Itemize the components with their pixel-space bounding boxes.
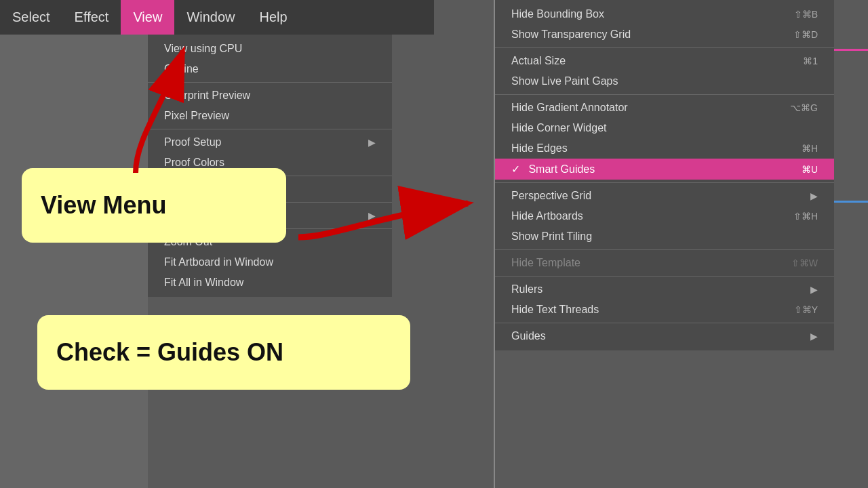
menu-item-rulers[interactable]: Rulers ▶: [495, 279, 834, 300]
menu-item-hide-template[interactable]: Hide Template ⇧⌘W: [495, 253, 834, 273]
menu-item-hide-bounding[interactable]: Hide Bounding Box ⇧⌘B: [495, 4, 834, 24]
menu-item-live-paint[interactable]: Show Live Paint Gaps: [495, 71, 834, 92]
r-separator-1: [495, 47, 834, 48]
menu-item-hide-gradient[interactable]: Hide Gradient Annotator ⌥⌘G: [495, 98, 834, 118]
menu-item-fit-all[interactable]: Fit All in Window: [148, 272, 392, 293]
menubar-help[interactable]: Help: [248, 0, 300, 35]
menu-item-show-transparency[interactable]: Show Transparency Grid ⇧⌘D: [495, 24, 834, 45]
view-dropdown-right: Hide Bounding Box ⇧⌘B Show Transparency …: [495, 0, 834, 350]
menubar-effect[interactable]: Effect: [62, 0, 121, 35]
r-separator-2: [495, 94, 834, 95]
menu-item-smart-guides[interactable]: ✓ Smart Guides ⌘U: [495, 159, 834, 180]
menu-item-hide-corner[interactable]: Hide Corner Widget: [495, 118, 834, 138]
r-separator-5: [495, 276, 834, 277]
annotation-check-guides: Check = Guides ON: [37, 315, 410, 390]
menubar: Select Effect View Window Help: [0, 0, 434, 35]
menu-item-show-print[interactable]: Show Print Tiling: [495, 226, 834, 247]
arrow-to-view-menu: [81, 37, 203, 186]
r-separator-4: [495, 249, 834, 250]
r-separator-3: [495, 182, 834, 183]
menu-item-perspective-grid[interactable]: Perspective Grid ▶: [495, 186, 834, 206]
menubar-select[interactable]: Select: [0, 0, 62, 35]
menu-item-hide-artboards[interactable]: Hide Artboards ⇧⌘H: [495, 206, 834, 226]
menubar-view[interactable]: View: [121, 0, 174, 35]
menu-item-guides[interactable]: Guides ▶: [495, 326, 834, 346]
menu-item-hide-text-threads[interactable]: Hide Text Threads ⇧⌘Y: [495, 300, 834, 320]
r-separator-6: [495, 323, 834, 323]
menubar-window[interactable]: Window: [174, 0, 247, 35]
menu-item-hide-edges[interactable]: Hide Edges ⌘H: [495, 138, 834, 159]
menu-item-actual-size[interactable]: Actual Size ⌘1: [495, 51, 834, 71]
arrow-to-smart-guides: [292, 183, 481, 264]
